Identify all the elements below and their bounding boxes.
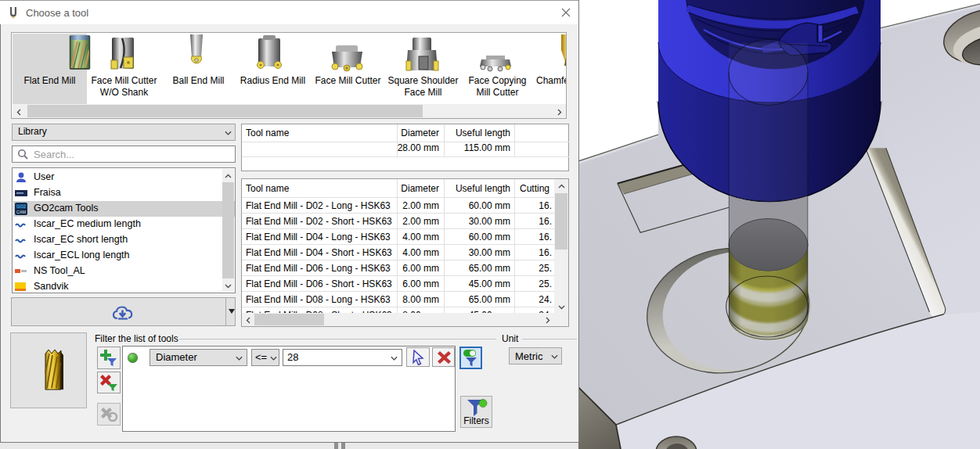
svg-text:CAM: CAM — [16, 210, 26, 214]
svg-text:GO2: GO2 — [16, 204, 25, 209]
